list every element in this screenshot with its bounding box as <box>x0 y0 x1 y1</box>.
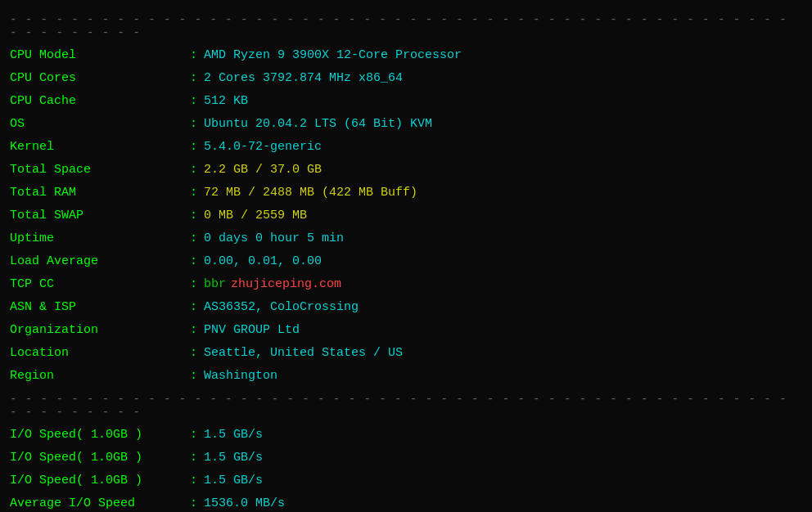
colon-io-speed-2: : <box>190 448 197 468</box>
label-total-space: Total Space <box>10 160 190 180</box>
colon-asn-isp: : <box>190 298 197 317</box>
row-kernel: Kernel:5.4.0-72-generic <box>0 136 812 159</box>
value-io-speed-3: 1.5 GB/s <box>204 471 263 491</box>
colon-kernel: : <box>190 137 197 157</box>
row-io-speed-3: I/O Speed( 1.0GB ):1.5 GB/s <box>0 469 812 492</box>
system-info-section: CPU Model:AMD Ryzen 9 3900X 12-Core Proc… <box>0 43 812 389</box>
value-cpu-model: AMD Ryzen 9 3900X 12-Core Processor <box>204 46 462 65</box>
value-kernel: 5.4.0-72-generic <box>204 137 322 157</box>
label-cpu-cache: CPU Cache <box>10 92 190 111</box>
row-os: OS:Ubuntu 20.04.2 LTS (64 Bit) KVM <box>0 113 812 136</box>
colon-organization: : <box>190 321 197 340</box>
label-tcp-cc: TCP CC <box>10 275 190 294</box>
label-io-speed-3: I/O Speed( 1.0GB ) <box>10 471 190 491</box>
value-io-speed-2: 1.5 GB/s <box>204 448 263 468</box>
value-asn-isp: AS36352, ColoCrossing <box>204 298 359 317</box>
label-kernel: Kernel <box>10 137 190 157</box>
value-region: Washington <box>204 366 277 386</box>
row-total-space: Total Space:2.2 GB / 37.0 GB <box>0 159 812 182</box>
row-avg-io-speed: Average I/O Speed:1536.0 MB/s <box>0 492 812 512</box>
row-organization: Organization:PNV GROUP Ltd <box>0 319 812 342</box>
row-asn-isp: ASN & ISP:AS36352, ColoCrossing <box>0 296 812 319</box>
colon-total-ram: : <box>190 183 197 203</box>
value-io-speed-1: 1.5 GB/s <box>204 425 263 445</box>
value-cpu-cache: 512 KB <box>204 92 248 111</box>
label-load-average: Load Average <box>10 252 190 272</box>
label-location: Location <box>10 344 190 363</box>
colon-os: : <box>190 115 197 134</box>
value-load-average: 0.00, 0.01, 0.00 <box>204 252 322 272</box>
label-uptime: Uptime <box>10 229 190 249</box>
row-cpu-cache: CPU Cache:512 KB <box>0 90 812 113</box>
colon-cpu-model: : <box>190 46 197 65</box>
row-location: Location:Seattle, United States / US <box>0 342 812 365</box>
value-os: Ubuntu 20.04.2 LTS (64 Bit) KVM <box>204 115 432 134</box>
colon-tcp-cc: : <box>190 275 197 294</box>
value-avg-io-speed: 1536.0 MB/s <box>204 494 285 512</box>
row-total-swap: Total SWAP:0 MB / 2559 MB <box>0 204 812 227</box>
terminal-output: - - - - - - - - - - - - - - - - - - - - … <box>0 7 812 512</box>
label-os: OS <box>10 115 190 134</box>
bottom-divider: - - - - - - - - - - - - - - - - - - - - … <box>0 389 812 422</box>
row-uptime: Uptime:0 days 0 hour 5 min <box>0 227 812 250</box>
row-tcp-cc: TCP CC:bbrzhujiceping.com <box>0 273 812 296</box>
label-avg-io-speed: Average I/O Speed <box>10 494 190 512</box>
value-cpu-cores: 2 Cores 3792.874 MHz x86_64 <box>204 69 403 88</box>
label-cpu-cores: CPU Cores <box>10 69 190 88</box>
row-region: Region:Washington <box>0 365 812 388</box>
row-cpu-cores: CPU Cores:2 Cores 3792.874 MHz x86_64 <box>0 67 812 90</box>
colon-location: : <box>190 344 197 363</box>
colon-io-speed-3: : <box>190 471 197 491</box>
row-io-speed-1: I/O Speed( 1.0GB ):1.5 GB/s <box>0 424 812 447</box>
value-location: Seattle, United States / US <box>204 344 403 363</box>
io-section: I/O Speed( 1.0GB ):1.5 GB/sI/O Speed( 1.… <box>0 422 812 512</box>
colon-uptime: : <box>190 229 197 249</box>
label-organization: Organization <box>10 321 190 340</box>
colon-region: : <box>190 366 197 386</box>
value-total-ram: 72 MB / 2488 MB (422 MB Buff) <box>204 183 417 203</box>
colon-total-space: : <box>190 160 197 180</box>
colon-avg-io-speed: : <box>190 494 197 512</box>
extra-value-tcp-cc: zhujiceping.com <box>231 275 341 294</box>
row-cpu-model: CPU Model:AMD Ryzen 9 3900X 12-Core Proc… <box>0 44 812 67</box>
row-load-average: Load Average:0.00, 0.01, 0.00 <box>0 250 812 273</box>
label-io-speed-1: I/O Speed( 1.0GB ) <box>10 425 190 445</box>
value-tcp-cc: bbr <box>204 275 226 294</box>
value-total-swap: 0 MB / 2559 MB <box>204 206 307 226</box>
colon-io-speed-1: : <box>190 425 197 445</box>
colon-cpu-cache: : <box>190 92 197 111</box>
label-total-swap: Total SWAP <box>10 206 190 226</box>
row-total-ram: Total RAM:72 MB / 2488 MB (422 MB Buff) <box>0 182 812 204</box>
label-total-ram: Total RAM <box>10 183 190 203</box>
label-io-speed-2: I/O Speed( 1.0GB ) <box>10 448 190 468</box>
label-cpu-model: CPU Model <box>10 46 190 65</box>
value-uptime: 0 days 0 hour 5 min <box>204 229 344 249</box>
label-asn-isp: ASN & ISP <box>10 298 190 317</box>
row-io-speed-2: I/O Speed( 1.0GB ):1.5 GB/s <box>0 447 812 469</box>
value-total-space: 2.2 GB / 37.0 GB <box>204 160 322 180</box>
value-organization: PNV GROUP Ltd <box>204 321 300 340</box>
label-region: Region <box>10 366 190 386</box>
top-divider: - - - - - - - - - - - - - - - - - - - - … <box>0 10 812 43</box>
colon-load-average: : <box>190 252 197 272</box>
colon-cpu-cores: : <box>190 69 197 88</box>
colon-total-swap: : <box>190 206 197 226</box>
